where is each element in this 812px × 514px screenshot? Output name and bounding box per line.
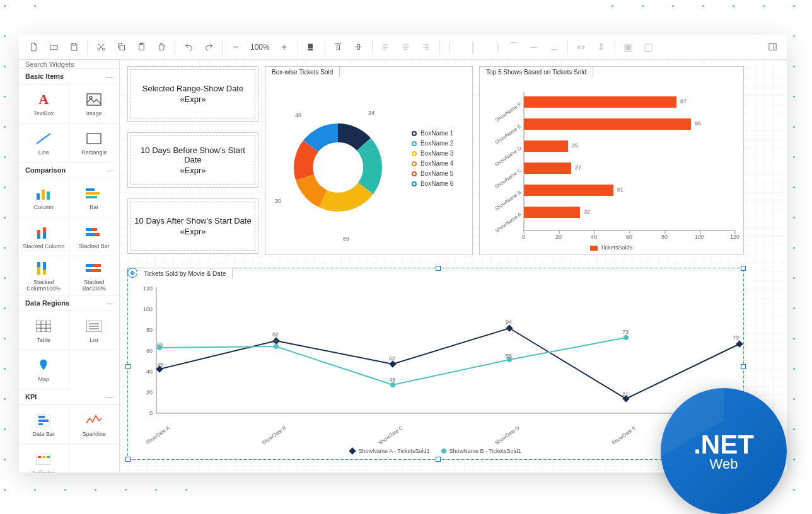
section-comparison[interactable]: Comparison— bbox=[19, 163, 119, 178]
align-obj-left-button[interactable]: ⎸ bbox=[444, 38, 463, 57]
svg-rect-16 bbox=[42, 190, 45, 200]
widget-textbox[interactable]: ATextBox bbox=[19, 84, 69, 123]
widget-stacked-bar[interactable]: Stacked Bar bbox=[69, 217, 120, 256]
widget-bar[interactable]: Bar bbox=[69, 178, 120, 217]
svg-rect-46 bbox=[47, 456, 50, 458]
section-kpi[interactable]: KPI— bbox=[19, 389, 119, 405]
panel-title: Tickets Sold by Movie & Date bbox=[144, 270, 226, 277]
collapse-icon: — bbox=[106, 299, 113, 307]
panel-bar-chart[interactable]: Top 5 Shows Based on Tickets Sold 87 95 … bbox=[479, 66, 744, 255]
donut-legend: BoxName 1 BoxName 2 BoxName 3 BoxName 4 … bbox=[412, 130, 453, 190]
bar-legend: TicketsSold6 bbox=[480, 244, 743, 251]
svg-rect-17 bbox=[47, 191, 50, 200]
widget-image[interactable]: Image bbox=[69, 84, 120, 123]
textblock-after-start[interactable]: 10 Days After Show's Start Date«Expr» bbox=[127, 198, 258, 254]
svg-rect-37 bbox=[36, 321, 51, 332]
svg-rect-5 bbox=[308, 44, 313, 49]
bring-forward-button[interactable]: ▣ bbox=[619, 38, 638, 57]
badge-subtitle: Web bbox=[710, 456, 738, 472]
svg-rect-26 bbox=[92, 228, 97, 231]
svg-rect-34 bbox=[93, 264, 101, 267]
distribute-v-button[interactable]: ⇕ bbox=[592, 38, 611, 57]
widget-sidebar: Basic Items— ATextBox Image Line Rectang… bbox=[19, 60, 120, 472]
redo-button[interactable] bbox=[199, 38, 218, 57]
line-legend: ShowName A - TicketsSold1 ShowName B - T… bbox=[128, 448, 743, 454]
widget-stacked-column-100[interactable]: Stacked Column100% bbox=[19, 256, 69, 295]
widget-map[interactable]: Map bbox=[19, 350, 69, 389]
panel-title: Box-wise Tickets Sold bbox=[272, 69, 333, 76]
fill-color-button[interactable] bbox=[302, 38, 321, 57]
align-center-button[interactable] bbox=[397, 38, 415, 57]
cut-button[interactable] bbox=[91, 38, 110, 57]
svg-rect-29 bbox=[37, 262, 40, 267]
bar-b bbox=[524, 185, 613, 196]
svg-rect-35 bbox=[86, 269, 91, 272]
zoom-out-button[interactable]: − bbox=[226, 38, 245, 57]
svg-rect-32 bbox=[43, 270, 46, 275]
svg-rect-27 bbox=[86, 233, 95, 236]
svg-rect-65 bbox=[506, 324, 513, 331]
svg-rect-31 bbox=[43, 262, 46, 270]
copy-button[interactable] bbox=[112, 38, 130, 57]
svg-rect-7 bbox=[337, 45, 340, 50]
search-input[interactable] bbox=[19, 60, 119, 68]
widget-table[interactable]: Table bbox=[19, 311, 69, 350]
move-handle-icon[interactable]: ✥ bbox=[127, 268, 137, 278]
panel-donut-chart[interactable]: Box-wise Tickets Sold 34 48 30 69 bbox=[265, 66, 473, 255]
widget-list[interactable]: List bbox=[69, 311, 120, 350]
widget-line[interactable]: Line bbox=[19, 123, 69, 163]
widget-rectangle[interactable]: Rectangle bbox=[69, 123, 120, 163]
toolbar: − 100% + ⎸ │ ⎹ ⎺ ─ ⎽ ⇔ ⇕ ▣ ▢ bbox=[19, 35, 787, 60]
align-middle-button[interactable] bbox=[349, 38, 368, 57]
widget-stacked-column[interactable]: Stacked Column bbox=[19, 217, 69, 256]
panel-line-chart[interactable]: ✥ Tickets Sold by Movie & Date bbox=[127, 268, 744, 460]
svg-point-70 bbox=[390, 382, 395, 387]
widget-sparkline[interactable]: Sparkline bbox=[69, 405, 120, 444]
svg-point-72 bbox=[624, 335, 629, 340]
svg-rect-41 bbox=[38, 420, 49, 422]
badge-title: .NET bbox=[693, 430, 754, 460]
collapse-icon: — bbox=[106, 393, 113, 401]
panel-toggle-button[interactable] bbox=[763, 38, 782, 57]
open-dropdown-button[interactable] bbox=[44, 38, 63, 57]
save-dropdown-button[interactable] bbox=[64, 38, 83, 57]
widget-data-bar[interactable]: Data Bar bbox=[19, 405, 69, 444]
align-top-button[interactable] bbox=[329, 38, 348, 57]
textblock-before-start[interactable]: 10 Days Before Show's Start Date«Expr» bbox=[127, 132, 258, 188]
svg-rect-64 bbox=[389, 360, 396, 367]
svg-rect-28 bbox=[95, 233, 100, 236]
collapse-icon: — bbox=[106, 166, 113, 174]
align-obj-center-button[interactable]: │ bbox=[464, 38, 483, 57]
textblock-selected-range[interactable]: Selected Range-Show Date«Expr» bbox=[127, 66, 258, 122]
widget-stacked-bar-100[interactable]: Stacked Bar100% bbox=[69, 256, 120, 295]
bar-c bbox=[524, 163, 571, 174]
paste-button[interactable] bbox=[132, 38, 151, 57]
svg-rect-24 bbox=[43, 232, 46, 239]
svg-rect-33 bbox=[86, 264, 93, 267]
undo-button[interactable] bbox=[179, 38, 198, 57]
section-data-regions[interactable]: Data Regions— bbox=[19, 295, 119, 311]
svg-rect-23 bbox=[43, 227, 46, 232]
align-obj-right-button[interactable]: ⎹ bbox=[484, 38, 503, 57]
send-backward-button[interactable]: ▢ bbox=[639, 38, 658, 57]
align-obj-bottom-button[interactable]: ⎽ bbox=[545, 38, 564, 57]
align-obj-top-button[interactable]: ⎺ bbox=[504, 38, 523, 57]
svg-rect-20 bbox=[86, 196, 97, 198]
widget-column[interactable]: Column bbox=[19, 178, 69, 217]
bar-a bbox=[524, 207, 580, 218]
svg-rect-21 bbox=[37, 230, 40, 234]
svg-rect-11 bbox=[87, 94, 101, 105]
bar-d bbox=[524, 140, 568, 152]
zoom-in-button[interactable]: + bbox=[275, 38, 294, 57]
svg-rect-67 bbox=[736, 340, 743, 347]
widget-indicator[interactable]: Indicator bbox=[19, 444, 69, 472]
delete-button[interactable] bbox=[152, 38, 171, 57]
section-basic-items[interactable]: Basic Items— bbox=[19, 69, 119, 84]
align-obj-middle-button[interactable]: ─ bbox=[525, 38, 543, 57]
align-left-button[interactable] bbox=[376, 38, 395, 57]
distribute-h-button[interactable]: ⇔ bbox=[572, 38, 591, 57]
svg-rect-36 bbox=[91, 269, 101, 272]
bar-f bbox=[524, 96, 676, 108]
new-file-button[interactable] bbox=[24, 38, 43, 57]
align-right-button[interactable] bbox=[417, 38, 436, 57]
